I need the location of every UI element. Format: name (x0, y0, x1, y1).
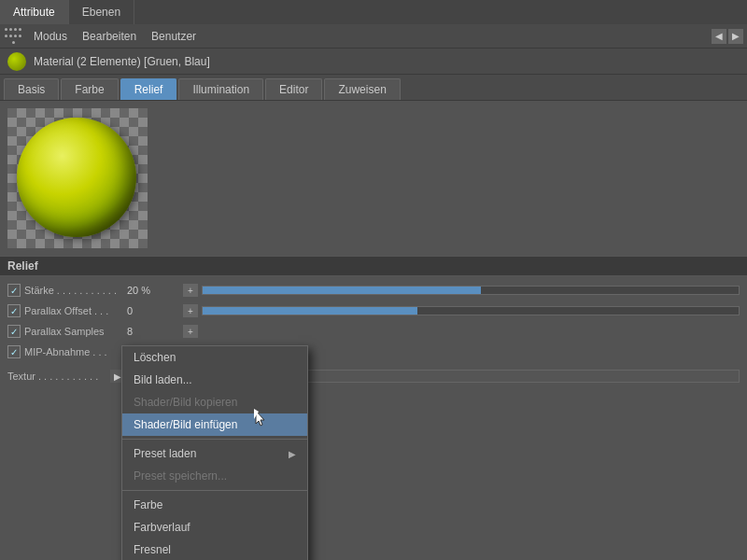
ctx-separator-2 (122, 490, 307, 491)
ctx-preset-speichern: Preset speichern... (122, 465, 307, 487)
tab-illumination[interactable]: Illumination (178, 78, 263, 100)
drag-handle (4, 27, 22, 46)
slider-parallax-offset[interactable] (202, 306, 740, 315)
material-title: Material (2 Elemente) [Gruen, Blau] (34, 55, 210, 68)
arrow-right-btn[interactable]: ▶ (728, 29, 743, 44)
label-parallax-offset: Parallax Offset . . . (24, 305, 127, 316)
tab-attribute[interactable]: Attribute (0, 0, 69, 24)
content-tab-bar: Basis Farbe Relief Illumination Editor Z… (0, 75, 747, 101)
title-tab-bar: Attribute Ebenen (0, 0, 747, 24)
tab-basis[interactable]: Basis (4, 78, 59, 100)
prop-row-parallax-samples: ✓ Parallax Samples 8 + (0, 321, 747, 342)
tab-ebenen[interactable]: Ebenen (69, 0, 134, 24)
ctx-preset-laden[interactable]: Preset laden ▶ (122, 442, 307, 465)
tab-farbe[interactable]: Farbe (61, 78, 118, 100)
material-header: Material (2 Elemente) [Gruen, Blau] (0, 49, 747, 75)
ctx-farbverlauf[interactable]: Farbverlauf (122, 516, 307, 539)
arrow-left-btn[interactable]: ◀ (712, 29, 726, 44)
section-relief: Relief (0, 256, 747, 276)
menu-arrows: ◀ ▶ (712, 29, 743, 44)
slider-staerke[interactable] (202, 286, 740, 295)
tab-relief[interactable]: Relief (120, 78, 177, 100)
ctx-fresnel[interactable]: Fresnel (122, 539, 307, 560)
plus-staerke[interactable]: + (183, 284, 198, 297)
submenu-arrow-icon: ▶ (289, 449, 296, 459)
material-preview (7, 108, 148, 248)
tab-editor[interactable]: Editor (265, 78, 322, 100)
label-staerke: Stärke . . . . . . . . . . . (24, 285, 127, 296)
ctx-shader-kopieren: Shader/Bild kopieren (122, 391, 307, 413)
prop-row-parallax-offset: ✓ Parallax Offset . . . 0 + (0, 301, 747, 321)
plus-parallax-samples[interactable]: + (183, 325, 198, 338)
context-menu: Löschen Bild laden... Shader/Bild kopier… (121, 345, 308, 560)
prop-row-staerke: ✓ Stärke . . . . . . . . . . . 20 % + (0, 280, 747, 301)
material-preview-icon (7, 52, 26, 71)
checkbox-parallax-offset[interactable]: ✓ (7, 304, 21, 317)
ctx-bild-laden[interactable]: Bild laden... (122, 369, 307, 391)
checkbox-mip[interactable]: ✓ (7, 345, 21, 358)
value-staerke: 20 % (127, 285, 183, 296)
ctx-farbe[interactable]: Farbe (122, 494, 307, 516)
value-parallax-samples: 8 (127, 326, 183, 337)
checkbox-parallax-samples[interactable]: ✓ (7, 325, 21, 338)
plus-parallax-offset[interactable]: + (183, 304, 198, 317)
prop-row-mip: ✓ MIP-Abnahme . . . ✓ (0, 342, 747, 362)
label-parallax-samples: Parallax Samples (24, 326, 127, 337)
sphere-preview (17, 118, 136, 237)
ctx-shader-einfuegen[interactable]: Shader/Bild einfügen (122, 413, 307, 436)
ctx-loeschen[interactable]: Löschen (122, 346, 307, 369)
menu-bearbeiten[interactable]: Bearbeiten (75, 27, 144, 46)
label-mip: MIP-Abnahme . . . (24, 346, 127, 357)
checkbox-staerke[interactable]: ✓ (7, 284, 21, 297)
tab-zuweisen[interactable]: Zuweisen (324, 78, 400, 100)
menu-benutzer[interactable]: Benutzer (144, 27, 204, 46)
label-textur: Textur . . . . . . . . . . . (7, 371, 110, 382)
value-parallax-offset: 0 (127, 305, 183, 316)
textur-row: Textur . . . . . . . . . . . ▶ (0, 366, 747, 386)
properties-panel: ✓ Stärke . . . . . . . . . . . 20 % + ✓ … (0, 276, 747, 366)
menu-bar: Modus Bearbeiten Benutzer ◀ ▶ (0, 24, 747, 49)
menu-modus[interactable]: Modus (26, 27, 75, 46)
ctx-separator-1 (122, 439, 307, 440)
